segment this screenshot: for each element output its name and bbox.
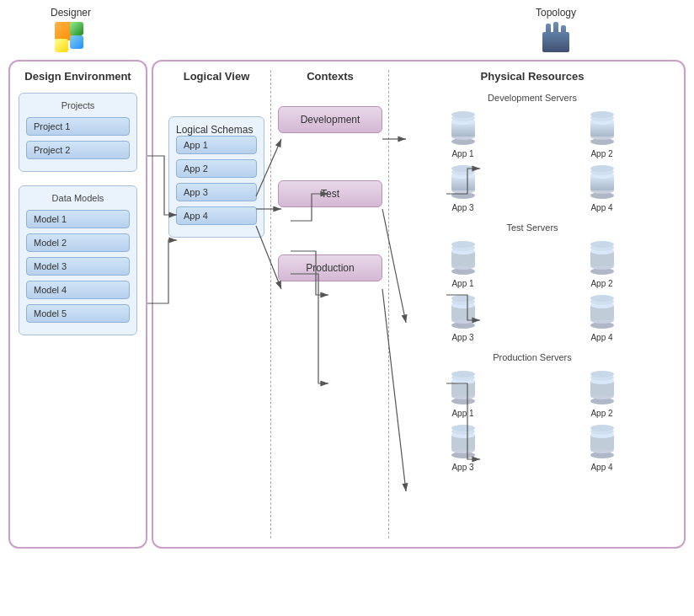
schema-app2-btn[interactable]: App 2 bbox=[176, 159, 257, 178]
datamodels-box: Data Models Model 1 Model 2 Model 3 Mode… bbox=[19, 185, 137, 335]
dev-app3: App 3 bbox=[396, 163, 530, 212]
dev-app4: App 4 bbox=[535, 163, 669, 212]
context-development[interactable]: Development bbox=[278, 106, 382, 133]
context-production[interactable]: Production bbox=[278, 254, 382, 281]
logical-view-col: Logical View Logical Schemas App 1 App 2… bbox=[162, 70, 271, 538]
model-4-btn[interactable]: Model 4 bbox=[26, 281, 130, 299]
svg-point-11 bbox=[590, 111, 614, 118]
projects-title: Projects bbox=[26, 100, 130, 110]
contexts-col: Contexts Development Test Production bbox=[271, 70, 389, 538]
topology-label: Topology bbox=[536, 7, 576, 19]
logical-view-title: Logical View bbox=[168, 70, 264, 83]
design-env-title: Design Environment bbox=[19, 70, 137, 83]
dev-app4-label: App 4 bbox=[535, 203, 669, 212]
test-servers-group: Test Servers App 1 App 2 bbox=[396, 222, 669, 342]
topology-section: Logical View Logical Schemas App 1 App 2… bbox=[152, 60, 686, 549]
dev-app2: App 2 bbox=[535, 110, 669, 158]
test-servers-title: Test Servers bbox=[396, 222, 669, 233]
topology-icon bbox=[536, 22, 576, 55]
svg-point-29 bbox=[451, 241, 475, 248]
dev-app3-label: App 3 bbox=[396, 203, 530, 212]
test-app1: App 1 bbox=[396, 239, 530, 288]
dev-app2-label: App 2 bbox=[535, 149, 669, 158]
svg-point-59 bbox=[590, 371, 614, 378]
prod-app2-label: App 2 bbox=[535, 409, 669, 418]
prod-servers-group: Production Servers App 1 App 2 bbox=[396, 352, 669, 472]
prod-app3: App 3 bbox=[396, 423, 530, 472]
schema-app4-btn[interactable]: App 4 bbox=[176, 206, 257, 225]
logical-schemas-box: Logical Schemas App 1 App 2 App 3 App 4 bbox=[168, 116, 264, 238]
context-test[interactable]: Test bbox=[278, 180, 382, 207]
test-app3-label: App 3 bbox=[396, 333, 530, 342]
projects-box: Projects Project 1 Project 2 bbox=[19, 93, 137, 172]
prod-app1-label: App 1 bbox=[396, 409, 530, 418]
schema-app3-btn[interactable]: App 3 bbox=[176, 183, 257, 201]
project-1-btn[interactable]: Project 1 bbox=[26, 117, 130, 136]
model-2-btn[interactable]: Model 2 bbox=[26, 233, 130, 252]
logical-schemas-title: Logical Schemas bbox=[176, 124, 257, 136]
model-5-btn[interactable]: Model 5 bbox=[26, 304, 130, 323]
datamodels-title: Data Models bbox=[26, 193, 130, 203]
topology-header: Topology bbox=[536, 7, 576, 55]
test-app4-label: App 4 bbox=[535, 333, 669, 342]
diagram-container: Designer Topology bbox=[0, 0, 694, 616]
dev-app1: App 1 bbox=[396, 110, 530, 158]
dev-app1-label: App 1 bbox=[396, 149, 530, 158]
test-app4: App 4 bbox=[535, 293, 669, 342]
prod-app1: App 1 bbox=[396, 369, 530, 418]
designer-header: Designer bbox=[51, 7, 91, 55]
dev-servers-title: Development Servers bbox=[396, 93, 669, 103]
svg-point-5 bbox=[451, 111, 475, 118]
physical-title: Physical Resources bbox=[396, 70, 669, 83]
svg-point-23 bbox=[590, 165, 614, 172]
svg-point-53 bbox=[451, 371, 475, 378]
test-app2: App 2 bbox=[535, 239, 669, 288]
prod-app2: App 2 bbox=[535, 369, 669, 418]
svg-point-65 bbox=[451, 425, 475, 431]
prod-app3-label: App 3 bbox=[396, 463, 530, 472]
physical-col: Physical Resources Development Servers bbox=[389, 70, 675, 538]
model-1-btn[interactable]: Model 1 bbox=[26, 210, 130, 228]
prod-app4-label: App 4 bbox=[535, 463, 669, 472]
project-2-btn[interactable]: Project 2 bbox=[26, 141, 130, 159]
prod-servers-title: Production Servers bbox=[396, 352, 669, 362]
test-app3: App 3 bbox=[396, 293, 530, 342]
svg-point-41 bbox=[451, 295, 475, 302]
designer-icon bbox=[51, 22, 91, 55]
designer-section: Design Environment Projects Project 1 Pr… bbox=[8, 60, 147, 549]
designer-label: Designer bbox=[51, 7, 91, 19]
svg-point-35 bbox=[590, 241, 614, 248]
model-3-btn[interactable]: Model 3 bbox=[26, 257, 130, 276]
svg-point-47 bbox=[590, 295, 614, 302]
svg-point-17 bbox=[451, 165, 475, 172]
prod-app4: App 4 bbox=[535, 423, 669, 472]
test-app2-label: App 2 bbox=[535, 279, 669, 288]
svg-point-71 bbox=[590, 425, 614, 431]
test-app1-label: App 1 bbox=[396, 279, 530, 288]
schema-app1-btn[interactable]: App 1 bbox=[176, 136, 257, 154]
dev-servers-group: Development Servers bbox=[396, 93, 669, 212]
contexts-title: Contexts bbox=[278, 70, 382, 83]
